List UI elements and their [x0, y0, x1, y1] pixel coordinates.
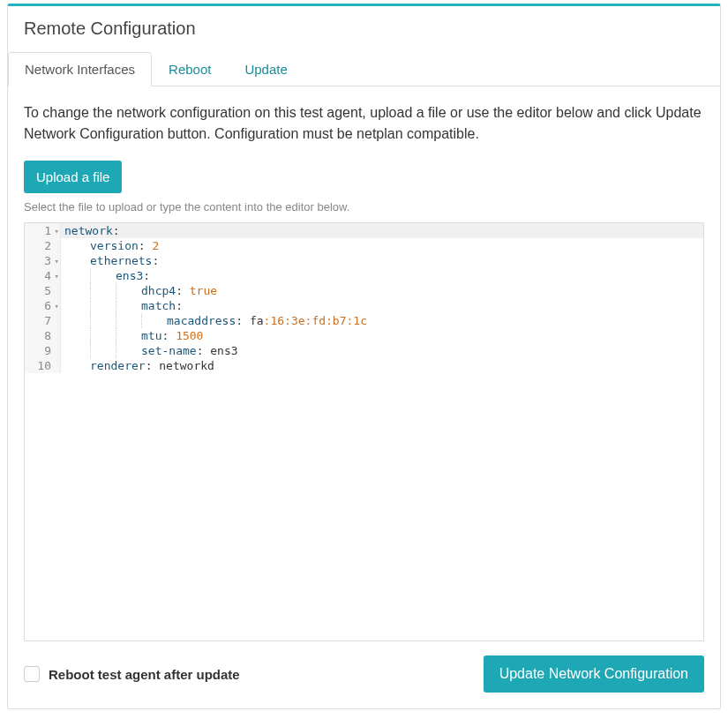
reboot-checkbox[interactable] — [24, 666, 40, 682]
gutter-line-number: 5 — [25, 283, 61, 298]
gutter-line-number: 10 — [25, 358, 61, 373]
tab-content: To change the network configuration on t… — [8, 86, 720, 641]
code-content[interactable]: match: — [61, 298, 703, 313]
code-line[interactable]: 3▾ethernets: — [25, 253, 703, 268]
gutter-line-number: 6▾ — [25, 298, 61, 313]
gutter-line-number: 8 — [25, 328, 61, 343]
code-line[interactable]: 4▾ens3: — [25, 268, 703, 283]
fold-icon[interactable]: ▾ — [55, 224, 59, 239]
gutter-line-number: 4▾ — [25, 268, 61, 283]
code-content[interactable]: mtu: 1500 — [61, 328, 703, 343]
tab-update[interactable]: Update — [228, 52, 304, 86]
code-line[interactable]: 8mtu: 1500 — [25, 328, 703, 343]
code-content[interactable]: set-name: ens3 — [61, 343, 703, 358]
code-content[interactable]: version: 2 — [61, 238, 703, 253]
gutter-line-number: 1▾ — [25, 223, 61, 238]
upload-file-button[interactable]: Upload a file — [24, 161, 122, 193]
fold-icon[interactable]: ▾ — [55, 299, 59, 314]
instructions-text: To change the network configuration on t… — [24, 102, 704, 145]
reboot-checkbox-label: Reboot test agent after update — [49, 667, 240, 682]
code-line[interactable]: 6▾match: — [25, 298, 703, 313]
code-line[interactable]: 1▾network: — [25, 223, 703, 238]
fold-icon[interactable]: ▾ — [55, 254, 59, 269]
upload-helper-text: Select the file to upload or type the co… — [24, 200, 704, 213]
gutter-line-number: 2 — [25, 238, 61, 253]
footer: Reboot test agent after update Update Ne… — [8, 641, 720, 708]
config-card: Remote Configuration Network Interfaces … — [7, 4, 721, 709]
fold-icon[interactable]: ▾ — [55, 269, 59, 284]
code-line[interactable]: 2version: 2 — [25, 238, 703, 253]
code-line[interactable]: 5dhcp4: true — [25, 283, 703, 298]
tab-network-interfaces[interactable]: Network Interfaces — [8, 52, 152, 86]
code-line[interactable]: 9set-name: ens3 — [25, 343, 703, 358]
code-content[interactable]: network: — [61, 223, 703, 238]
code-line[interactable]: 7macaddress: fa:16:3e:fd:b7:1c — [25, 313, 703, 328]
code-content[interactable]: dhcp4: true — [61, 283, 703, 298]
page-title: Remote Configuration — [8, 6, 720, 51]
code-content[interactable]: macaddress: fa:16:3e:fd:b7:1c — [61, 313, 703, 328]
gutter-line-number: 3▾ — [25, 253, 61, 268]
gutter-line-number: 7 — [25, 313, 61, 328]
update-network-config-button[interactable]: Update Network Configuration — [484, 655, 704, 693]
code-content[interactable]: renderer: networkd — [61, 358, 703, 373]
code-content[interactable]: ethernets: — [61, 253, 703, 268]
code-content[interactable]: ens3: — [61, 268, 703, 283]
tab-bar: Network Interfaces Reboot Update — [8, 51, 720, 86]
code-editor[interactable]: 1▾network:2version: 23▾ethernets:4▾ens3:… — [24, 222, 704, 641]
reboot-checkbox-wrap: Reboot test agent after update — [24, 666, 240, 682]
gutter-line-number: 9 — [25, 343, 61, 358]
code-line[interactable]: 10renderer: networkd — [25, 358, 703, 373]
tab-reboot[interactable]: Reboot — [152, 52, 228, 86]
